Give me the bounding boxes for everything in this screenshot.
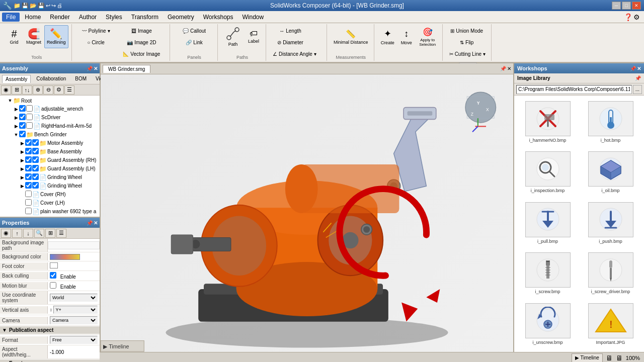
tb-collapse[interactable]: ⊖ bbox=[43, 85, 53, 95]
lib-pin-icon[interactable]: 📌 bbox=[635, 75, 641, 81]
tab-collaboration[interactable]: Collaboration bbox=[33, 74, 69, 83]
tree-toggle-g2[interactable]: ▶ bbox=[19, 184, 25, 189]
check-w1[interactable] bbox=[25, 208, 32, 215]
tree-root[interactable]: ▼ 📁 Root bbox=[1, 97, 99, 105]
tb-grid2[interactable]: ☰ bbox=[64, 85, 74, 95]
props-tb3[interactable]: ↓ bbox=[23, 229, 33, 238]
tb-sort-az[interactable]: ↑↓ bbox=[22, 85, 32, 95]
check-sc[interactable] bbox=[19, 114, 26, 121]
tree-cover-lh[interactable]: 📄 Cover (LH) bbox=[1, 199, 99, 207]
check-bench[interactable] bbox=[19, 131, 26, 138]
prop-format-value[interactable]: Free bbox=[48, 335, 100, 345]
menu-author[interactable]: Author bbox=[75, 13, 101, 22]
polyline-dropdown[interactable]: ▾ bbox=[108, 28, 110, 34]
grid-button[interactable]: # Grid bbox=[5, 25, 23, 48]
tree-guard-lh[interactable]: ▶ 📁 Guard Assembly (LH) bbox=[1, 164, 99, 173]
check-g1[interactable] bbox=[25, 173, 32, 181]
close-button[interactable]: ✕ bbox=[632, 2, 641, 10]
event-section-header[interactable]: ▼ Event bbox=[0, 359, 100, 362]
magnet-button[interactable]: 🧲 Magnet bbox=[24, 25, 44, 48]
vert-axis-select[interactable]: Y+ bbox=[53, 306, 98, 314]
close-panel-icon[interactable]: ✕ bbox=[94, 66, 98, 71]
check2-sc[interactable] bbox=[26, 114, 33, 121]
minimal-distance-button[interactable]: 📏 Minimal Distance bbox=[331, 25, 371, 48]
tree-toggle-base[interactable]: ▶ bbox=[19, 149, 25, 154]
check-crh[interactable] bbox=[25, 191, 32, 198]
timeline-button[interactable]: ▶ Timeline bbox=[572, 353, 603, 363]
image-button[interactable]: 🖼 Image bbox=[117, 25, 167, 36]
check2-grh[interactable] bbox=[32, 156, 39, 164]
tb-filter[interactable]: ⚙ bbox=[54, 85, 64, 95]
props-tb5[interactable]: ⊞ bbox=[45, 229, 55, 238]
lib-item-hammer[interactable]: i_hammerNO.bmp bbox=[517, 99, 578, 147]
distance-angle-button[interactable]: ∠ Distance Angle ▾ bbox=[270, 48, 319, 59]
tab-assembly[interactable]: Assembly bbox=[2, 75, 31, 83]
check-rh[interactable] bbox=[19, 122, 26, 130]
pub-section-toggle[interactable]: ▼ bbox=[2, 327, 7, 333]
workshops-close-icon[interactable]: ✕ bbox=[637, 66, 641, 71]
tree-toggle-sc[interactable]: ▶ bbox=[13, 115, 19, 120]
tree-toggle-root[interactable]: ▼ bbox=[7, 98, 13, 103]
coord-sys-select[interactable]: World bbox=[50, 294, 98, 302]
vp-tab-main[interactable]: WB Grinder.smg bbox=[103, 65, 150, 73]
tree-grinding2[interactable]: ▶ 📄 Grinding Wheel bbox=[1, 182, 99, 190]
check2-g2[interactable] bbox=[32, 182, 39, 190]
tb-expand[interactable]: ⊕ bbox=[33, 85, 43, 95]
format-select[interactable]: Free bbox=[50, 336, 98, 344]
pub-section-header[interactable]: ▼ Publication aspect bbox=[0, 326, 100, 334]
flip-button[interactable]: ⇅ Flip bbox=[447, 37, 487, 48]
check2-wrench[interactable] bbox=[26, 105, 33, 113]
tree-wrench[interactable]: ▶ 📄 adjustable_wrench bbox=[1, 105, 99, 113]
label-button[interactable]: 🏷 Label bbox=[245, 25, 263, 48]
tree-toggle-glh[interactable]: ▶ bbox=[19, 166, 25, 171]
dist-dropdown-icon[interactable]: ▾ bbox=[314, 51, 316, 57]
props-tb4[interactable]: 🔍 bbox=[34, 229, 44, 238]
lib-item-screw[interactable]: i_screw.bmp bbox=[517, 250, 578, 298]
tree-toggle-wrench[interactable]: ▶ bbox=[13, 107, 19, 112]
create-button[interactable]: ✦ Create bbox=[378, 25, 397, 48]
lib-item-push[interactable]: i_push.bmp bbox=[580, 200, 641, 248]
props-tb1[interactable]: ◉ bbox=[1, 229, 11, 238]
workshops-pin-icon[interactable]: 📌 bbox=[630, 66, 636, 71]
lib-item-inspection[interactable]: i_inspection.bmp bbox=[517, 149, 578, 197]
tree-cover-rh[interactable]: 📄 Cover (RH) bbox=[1, 190, 99, 199]
path-button[interactable]: Path bbox=[222, 25, 244, 48]
tree-righthand[interactable]: ▶ 📄 RightHand-mit-Arm-5d bbox=[1, 122, 99, 130]
tree-toggle-grh[interactable]: ▶ bbox=[19, 158, 25, 163]
tree-toggle-rh[interactable]: ▶ bbox=[13, 124, 19, 129]
check2-glh[interactable] bbox=[32, 165, 39, 172]
prop-bg-color-value[interactable] bbox=[48, 253, 100, 261]
vp-pin-icon[interactable]: 📌 bbox=[500, 66, 506, 71]
link-button[interactable]: 🔗 Link bbox=[174, 37, 214, 48]
prop-back-culling-value[interactable]: Enable bbox=[48, 271, 100, 281]
lib-item-unscrew[interactable]: i_unscrew.bmp bbox=[517, 301, 578, 349]
menu-workshops[interactable]: Workshops bbox=[199, 13, 237, 22]
lib-item-hot[interactable]: i_hot.bmp bbox=[580, 99, 641, 147]
check2-g1[interactable] bbox=[32, 173, 39, 181]
prop-bg-path-value[interactable] bbox=[48, 241, 100, 249]
maximize-button[interactable]: □ bbox=[622, 2, 631, 10]
back-culling-checkbox[interactable] bbox=[50, 272, 56, 279]
menu-render[interactable]: Render bbox=[46, 13, 73, 22]
vp-close-icon[interactable]: ✕ bbox=[507, 66, 511, 71]
polyline-button[interactable]: 〰 Polyline ▾ bbox=[76, 25, 116, 36]
check-grh[interactable] bbox=[25, 156, 32, 164]
lib-item-pull[interactable]: i_pull.bmp bbox=[517, 200, 578, 248]
tree-bench[interactable]: ▼ 📁 Bench Grinder bbox=[1, 130, 99, 139]
camera-select[interactable]: Camera bbox=[50, 316, 98, 324]
tree-washer1[interactable]: 📄 plain washer 6902 type a bbox=[1, 207, 99, 216]
lib-item-screwdriver[interactable]: i_screw_driver.bmp bbox=[580, 250, 641, 298]
help-icon[interactable]: ❓ bbox=[624, 13, 632, 21]
check-glh[interactable] bbox=[25, 165, 32, 172]
props-close-icon[interactable]: ✕ bbox=[94, 220, 98, 226]
viewport[interactable]: WB Grinder.smg 📌 ✕ bbox=[101, 63, 513, 352]
cutting-dropdown-icon[interactable]: ▾ bbox=[483, 51, 486, 57]
tab-bom[interactable]: BOM bbox=[71, 74, 90, 83]
check-clh[interactable] bbox=[25, 199, 32, 207]
move-button[interactable]: ↕ Move bbox=[397, 25, 416, 48]
tb-icon1[interactable]: ◉ bbox=[1, 85, 11, 95]
check2-rh[interactable] bbox=[26, 122, 33, 130]
prop-vert-axis-value[interactable]: ↕ Y+ bbox=[48, 305, 100, 315]
lib-path-input[interactable] bbox=[516, 85, 632, 94]
check-g2[interactable] bbox=[25, 182, 32, 190]
